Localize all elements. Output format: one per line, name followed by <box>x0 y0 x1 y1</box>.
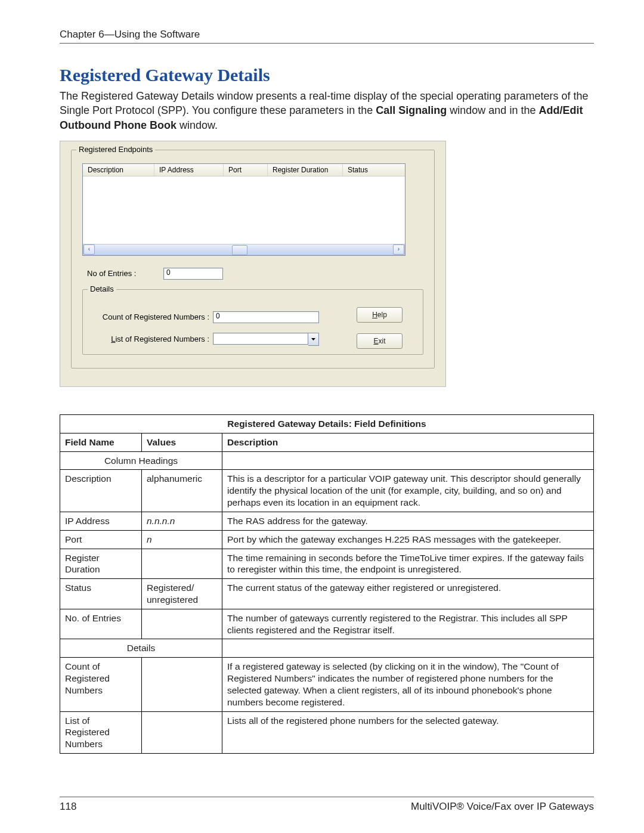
table-row: Count of Registered Numbers If a registe… <box>60 658 594 711</box>
page-number: 118 <box>60 801 76 813</box>
cell-desc: If a registered gateway is selected (by … <box>222 658 594 711</box>
btn-rest: elp <box>377 311 387 319</box>
cell-values: Registered/ unregistered <box>142 579 222 609</box>
cell-field: Register Duration <box>60 549 142 579</box>
th-field-name: Field Name <box>60 433 142 451</box>
count-field[interactable]: 0 <box>213 311 319 323</box>
cell-desc: The current status of the gateway either… <box>222 579 594 609</box>
underline: E <box>373 337 378 345</box>
col-port[interactable]: Port <box>224 164 268 176</box>
scroll-left-icon[interactable]: ‹ <box>83 244 95 255</box>
intro-text: window. <box>177 119 218 131</box>
section-column-headings: Column Headings <box>60 451 222 470</box>
table-caption: Registered Gateway Details: Field Defini… <box>60 414 594 433</box>
underline: H <box>372 311 377 319</box>
list-combo[interactable] <box>213 333 319 346</box>
th-description: Description <box>222 433 594 451</box>
no-entries-field[interactable]: 0 <box>163 268 223 280</box>
field-definitions-table: Registered Gateway Details: Field Defini… <box>60 414 594 754</box>
col-ip-address[interactable]: IP Address <box>154 164 224 176</box>
cell-desc: The number of gateways currently registe… <box>222 609 594 639</box>
no-entries-row: No of Entries : 0 <box>87 268 427 280</box>
cell-field: Status <box>60 579 142 609</box>
cell-field: No. of Entries <box>60 609 142 639</box>
label-rest: ist of Registered Numbers : <box>115 335 209 343</box>
cell-values <box>142 549 222 579</box>
col-register-duration[interactable]: Register Duration <box>268 164 343 176</box>
page-title: Registered Gateway Details <box>60 65 594 85</box>
listview-body[interactable] <box>83 176 405 244</box>
list-label: List of Registered Numbers : <box>96 335 213 343</box>
no-entries-label: No of Entries : <box>87 269 163 278</box>
cell-desc: The time remaining in seconds before the… <box>222 549 594 579</box>
chevron-down-icon <box>311 338 315 340</box>
page-footer: 118 MultiVOIP® Voice/Fax over IP Gateway… <box>60 797 594 813</box>
scrollbar-thumb[interactable] <box>232 245 247 255</box>
cell-field: Port <box>60 530 142 549</box>
horizontal-scrollbar[interactable]: ‹ › <box>83 244 405 255</box>
table-row: No. of Entries The number of gateways cu… <box>60 609 594 639</box>
cell-field: IP Address <box>60 512 142 530</box>
listview-header: Description IP Address Port Register Dur… <box>83 164 405 176</box>
table-row: Status Registered/ unregistered The curr… <box>60 579 594 609</box>
cell-values: n <box>142 530 222 549</box>
table-row: IP Address n.n.n.n The RAS address for t… <box>60 512 594 530</box>
th-values: Values <box>142 433 222 451</box>
endpoints-listview[interactable]: Description IP Address Port Register Dur… <box>82 163 405 256</box>
table-row: Port n Port by which the gateway exchang… <box>60 530 594 549</box>
count-label: Count of Registered Numbers : <box>96 312 213 321</box>
product-name: MultiVOIP® Voice/Fax over IP Gateways <box>411 801 594 813</box>
cell-field: List of Registered Numbers <box>60 711 142 753</box>
table-row: Description alphanumeric This is a descr… <box>60 470 594 512</box>
cell-field: Description <box>60 470 142 512</box>
table-row: List of Registered Numbers Lists all of … <box>60 711 594 753</box>
cell-values <box>142 658 222 711</box>
group-legend-details: Details <box>88 284 116 293</box>
cell-values <box>142 609 222 639</box>
cell-desc: Port by which the gateway exchanges H.22… <box>222 530 594 549</box>
cell-desc: This is a descriptor for a particular VO… <box>222 470 594 512</box>
cell-values <box>142 711 222 753</box>
cell-field: Count of Registered Numbers <box>60 658 142 711</box>
chapter-header: Chapter 6—Using the Software <box>60 29 594 44</box>
intro-text: window and in the <box>447 104 538 116</box>
help-button[interactable]: Help <box>357 307 402 323</box>
cell-desc: The RAS address for the gateway. <box>222 512 594 530</box>
exit-button[interactable]: Exit <box>357 333 402 349</box>
empty-cell <box>222 639 594 658</box>
table-row: Register Duration The time remaining in … <box>60 549 594 579</box>
intro-bold-1: Call Signaling <box>376 104 447 116</box>
scrollbar-track[interactable] <box>95 245 393 254</box>
btn-rest: xit <box>379 337 386 345</box>
cell-desc: Lists all of the registered phone number… <box>222 711 594 753</box>
col-description[interactable]: Description <box>83 164 154 176</box>
scroll-right-icon[interactable]: › <box>393 244 404 255</box>
dropdown-button[interactable] <box>308 333 319 346</box>
cell-values: alphanumeric <box>142 470 222 512</box>
cell-values: n.n.n.n <box>142 512 222 530</box>
section-details: Details <box>60 639 222 658</box>
col-status[interactable]: Status <box>343 164 405 176</box>
empty-cell <box>222 451 594 470</box>
intro-paragraph: The Registered Gateway Details window pr… <box>60 89 594 132</box>
group-legend-endpoints: Registered Endpoints <box>76 145 155 154</box>
list-combo-text[interactable] <box>213 333 308 345</box>
